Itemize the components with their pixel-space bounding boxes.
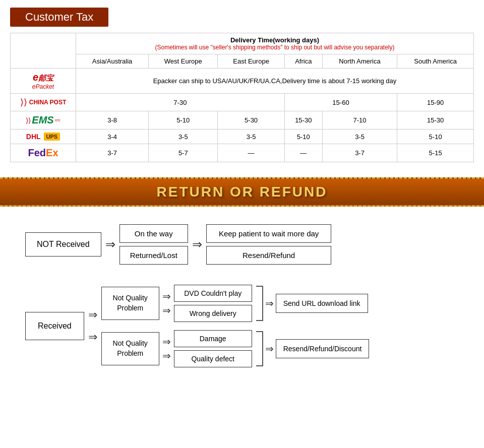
delivery-subheader: (Sometimes will use "seller's shipping m…: [80, 44, 469, 51]
fedex-east: —: [218, 144, 284, 162]
ems-south: 15-30: [397, 111, 474, 130]
dhl-asia: 3-4: [76, 130, 149, 144]
top-sub-arrows: ⇒ ⇒: [162, 290, 171, 316]
fedex-asia: 3-7: [76, 144, 149, 162]
bottom-sub-boxes: Damage Quality defect: [174, 330, 252, 367]
bottom-path: Not Quality Problem ⇒ ⇒ Damage Quality d…: [101, 330, 370, 367]
bottom-sub-arrows: ⇒ ⇒: [162, 336, 171, 362]
chinapost-logo-cell: ⟩⟩ CHINA POST: [11, 94, 76, 111]
arrow-top: ⇒: [88, 308, 97, 322]
fedex-west: 5-7: [149, 144, 218, 162]
quality-paths: Not Quality Problem ⇒ ⇒ DVD Couldn't pla…: [101, 285, 370, 367]
top-sub-boxes: DVD Couldn't play Wrong delivery: [174, 285, 252, 322]
dhl-north: 3-5: [322, 130, 397, 144]
shipping-table: Delivery Time(working days) (Sometimes w…: [10, 33, 474, 162]
dhl-west: 3-5: [149, 130, 218, 144]
branch-boxes: On the way Returned/Lost: [119, 224, 188, 265]
fedex-logo-cell: FedEx: [11, 144, 76, 162]
dvd-box: DVD Couldn't play: [174, 285, 252, 302]
not-quality-bottom: Not Quality Problem: [101, 332, 159, 365]
wrong-delivery-box: Wrong delivery: [174, 305, 252, 322]
dhlups-logo-cell: DHL UPS: [11, 130, 76, 144]
not-quality-top: Not Quality Problem: [101, 287, 159, 319]
arrow-bottom: ⇒: [88, 331, 97, 344]
resend-refund-box-top: Resend/Refund: [206, 246, 331, 265]
on-the-way-box: On the way: [119, 224, 188, 243]
ems-africa: 15-30: [284, 111, 322, 130]
returned-lost-box: Returned/Lost: [119, 246, 188, 265]
dhl-south: 5-10: [397, 130, 474, 144]
chinapost-730: 7-30: [76, 94, 285, 111]
keep-patient-box: Keep patient to wait more day: [206, 224, 331, 243]
received-section: Received ⇒ ⇒ Not Quality Problem ⇒ ⇒: [0, 272, 484, 382]
fedex-south: 5-15: [397, 144, 474, 162]
customer-tax-section: Customer Tax Delivery Time(working days)…: [0, 0, 484, 172]
top-path: Not Quality Problem ⇒ ⇒ DVD Couldn't pla…: [101, 285, 370, 322]
col-asia: Asia/Australia: [76, 54, 149, 69]
quality-defect-box: Quality defect: [174, 350, 252, 367]
col-africa: Africa: [284, 54, 322, 69]
epacket-logo-cell: e邮宝 ePacket: [11, 69, 76, 94]
result-boxes: Keep patient to wait more day Resend/Ref…: [206, 224, 331, 265]
col-west-europe: West Europe: [149, 54, 218, 69]
ems-east: 5-30: [218, 111, 284, 130]
received-arrows: ⇒ ⇒: [88, 308, 97, 344]
arrow-1: ⇒: [105, 237, 115, 251]
return-banner-text: RETURN OR REFUND: [157, 184, 328, 200]
ems-asia: 3-8: [76, 111, 149, 130]
arrow-2: ⇒: [192, 237, 202, 251]
damage-box: Damage: [174, 330, 252, 347]
fedex-africa: —: [284, 144, 322, 162]
resend-refund-discount-box: Resend/Refund/Discount: [276, 339, 370, 358]
dhl-east: 3-5: [218, 130, 284, 144]
col-east-europe: East Europe: [218, 54, 284, 69]
ems-west: 5-10: [149, 111, 218, 130]
ems-north: 7-10: [322, 111, 397, 130]
dhl-africa: 5-10: [284, 130, 322, 144]
received-box: Received: [25, 312, 84, 340]
delivery-header: Delivery Time(working days): [80, 36, 469, 44]
top-result-connector: ⇒ Send URL download link: [254, 286, 368, 321]
epacket-desc: Epacker can ship to USA/AU/UK/FR/UA.CA,D…: [76, 69, 474, 94]
chinapost-1590: 15-90: [397, 94, 474, 111]
fedex-north: 3-7: [322, 144, 397, 162]
not-received-section: NOT Received ⇒ On the way Returned/Lost …: [0, 212, 484, 272]
not-received-box: NOT Received: [25, 232, 101, 257]
col-north-america: North America: [322, 54, 397, 69]
customer-tax-title: Customer Tax: [10, 8, 474, 33]
return-banner: RETURN OR REFUND: [0, 177, 484, 207]
chinapost-1560: 15-60: [284, 94, 397, 111]
send-url-box: Send URL download link: [276, 294, 368, 313]
bottom-result-connector: ⇒ Resend/Refund/Discount: [254, 331, 370, 366]
ems-logo-cell: ⟩⟩ EMS ≈≈: [11, 111, 76, 130]
col-south-america: South America: [397, 54, 474, 69]
